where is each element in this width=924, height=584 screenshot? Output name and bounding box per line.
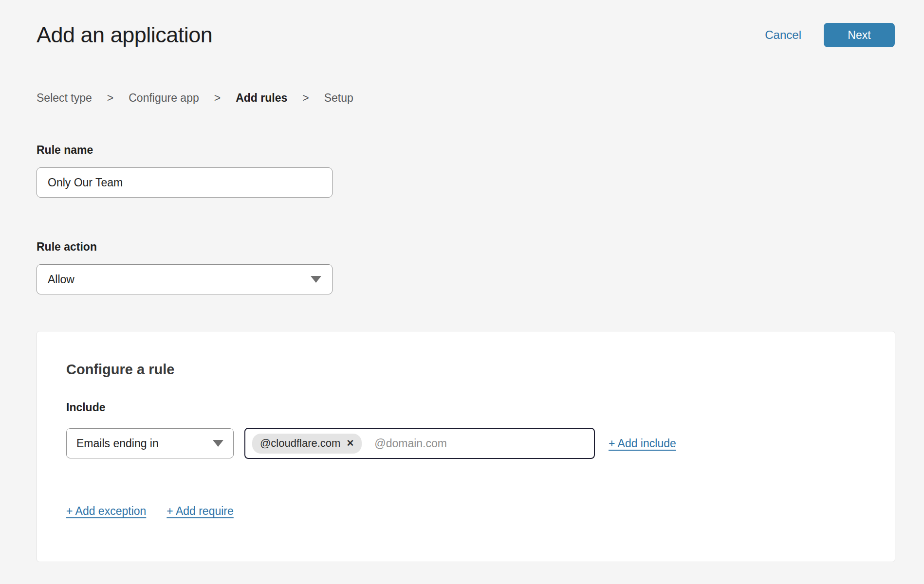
configure-rule-title: Configure a rule (66, 362, 866, 378)
include-value-tag-input[interactable]: @cloudflare.com ✕ (244, 428, 595, 459)
breadcrumb-step-add-rules[interactable]: Add rules (236, 91, 287, 105)
email-domain-tag: @cloudflare.com ✕ (252, 434, 362, 454)
page-title: Add an application (37, 22, 212, 48)
rule-name-label: Rule name (37, 144, 895, 157)
include-criteria-select[interactable]: Emails ending in (66, 428, 234, 458)
breadcrumb-separator: > (214, 91, 221, 105)
include-label: Include (66, 401, 866, 414)
cancel-button[interactable]: Cancel (765, 28, 801, 42)
breadcrumb-separator: > (302, 91, 309, 105)
email-domain-tag-label: @cloudflare.com (260, 437, 340, 450)
breadcrumb-separator: > (107, 91, 113, 105)
header-actions: Cancel Next (765, 23, 895, 47)
chevron-down-icon (311, 276, 321, 283)
page-header: Add an application Cancel Next (37, 22, 895, 48)
add-exception-link[interactable]: + Add exception (66, 505, 146, 518)
rule-name-input[interactable] (37, 167, 333, 198)
next-button[interactable]: Next (824, 23, 895, 47)
rule-extra-links: + Add exception + Add require (66, 505, 866, 518)
rule-action-label: Rule action (37, 240, 895, 254)
breadcrumb-step-setup[interactable]: Setup (324, 91, 353, 105)
breadcrumb-step-configure-app[interactable]: Configure app (129, 91, 199, 105)
breadcrumb-step-select-type[interactable]: Select type (37, 91, 92, 105)
add-include-link[interactable]: + Add include (609, 437, 676, 450)
email-domain-entry-input[interactable] (374, 437, 587, 450)
add-require-link[interactable]: + Add require (166, 505, 233, 518)
configure-rule-card: Configure a rule Include Emails ending i… (37, 331, 895, 562)
remove-tag-icon[interactable]: ✕ (346, 438, 354, 448)
rule-action-select[interactable]: Allow (37, 264, 333, 294)
rule-action-selected-value: Allow (48, 273, 74, 286)
breadcrumb: Select type > Configure app > Add rules … (37, 91, 895, 105)
include-criteria-selected-value: Emails ending in (76, 437, 159, 450)
add-application-page: Add an application Cancel Next Select ty… (0, 0, 924, 562)
include-rule-row: Emails ending in @cloudflare.com ✕ + Add… (66, 428, 866, 459)
chevron-down-icon (213, 440, 223, 447)
